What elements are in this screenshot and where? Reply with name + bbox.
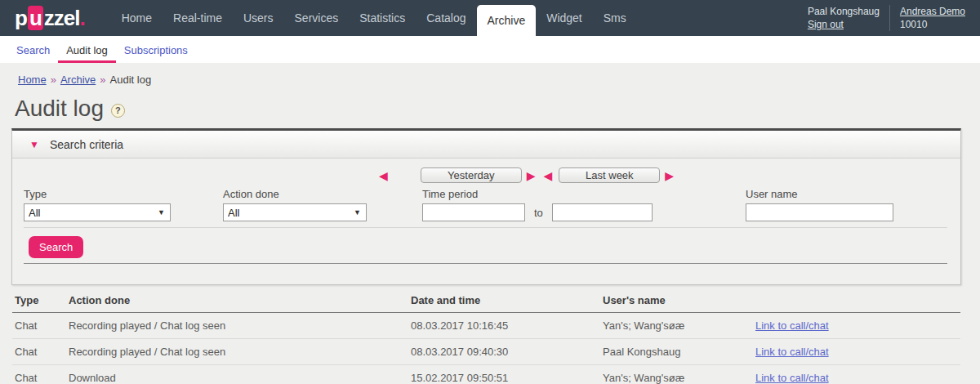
page-title: Audit log: [15, 96, 104, 122]
breadcrumb-separator: »: [100, 74, 105, 86]
nav-item-archive[interactable]: Archive: [477, 5, 537, 36]
action-done-label: Action done: [223, 188, 367, 200]
audit-log-table: Type Action done Date and time User's na…: [12, 288, 960, 384]
cell-type: Chat: [15, 319, 69, 332]
subnav-item-subscriptions[interactable]: Subscriptions: [116, 38, 196, 63]
table-header-row: Type Action done Date and time User's na…: [12, 288, 960, 313]
cell-user: Paal Kongshaug: [603, 346, 755, 358]
account-id: 10010: [900, 19, 927, 30]
type-select[interactable]: All: [24, 203, 171, 221]
collapse-triangle-icon: ▼: [29, 140, 39, 150]
nav-item-sms[interactable]: Sms: [593, 0, 637, 36]
link-to-call-chat[interactable]: Link to call/chat: [755, 346, 960, 358]
archive-subnav: Search Audit log Subscriptions: [0, 36, 980, 63]
yesterday-button[interactable]: Yesterday: [421, 167, 522, 183]
logged-in-user-name: Paal Kongshaug: [808, 6, 880, 17]
nav-item-real-time[interactable]: Real-time: [163, 0, 233, 36]
sign-out-link[interactable]: Sign out: [808, 19, 844, 30]
help-icon[interactable]: ?: [111, 104, 125, 118]
breadcrumb-current: Audit log: [110, 74, 152, 86]
last-week-prev-arrow-icon[interactable]: ◀: [544, 170, 553, 181]
logo-text-post: zzel: [44, 6, 80, 30]
table-row: Chat Recording played / Chat log seen 08…: [12, 313, 960, 339]
top-navbar: puzzel. Home Real-time Users Services St…: [0, 0, 980, 36]
nav-item-home[interactable]: Home: [111, 0, 163, 36]
user-area-divider: [889, 5, 890, 31]
subnav-item-search[interactable]: Search: [8, 38, 58, 63]
cell-datetime: 08.03.2017 10:16:45: [411, 319, 603, 332]
link-to-call-chat[interactable]: Link to call/chat: [755, 319, 960, 332]
yesterday-next-arrow-icon[interactable]: ▶: [527, 170, 536, 181]
user-name-label: User name: [746, 188, 893, 200]
nav-item-catalog[interactable]: Catalog: [416, 0, 476, 36]
cell-type: Chat: [15, 346, 69, 358]
breadcrumb-archive-link[interactable]: Archive: [60, 74, 96, 86]
nav-item-users[interactable]: Users: [233, 0, 284, 36]
nav-item-services[interactable]: Services: [284, 0, 350, 36]
search-button[interactable]: Search: [29, 236, 83, 258]
search-criteria-panel: ▼ Search criteria ◀ Yesterday ▶ ◀ Last w…: [11, 128, 961, 285]
breadcrumb: Home»Archive»Audit log: [18, 74, 980, 86]
nav-item-widget[interactable]: Widget: [536, 0, 593, 36]
cell-datetime: 08.03.2017 09:40:30: [411, 346, 603, 358]
user-area: Paal Kongshaug Sign out Andreas Demo 100…: [808, 0, 980, 36]
cell-user: Yan's; Wang'søæ: [603, 372, 755, 384]
quick-date-row: ◀ Yesterday ▶ ◀ Last week ▶: [379, 167, 674, 183]
panel-light-divider: [24, 227, 947, 228]
main-nav: Home Real-time Users Services Statistics…: [111, 0, 637, 36]
account-link[interactable]: Andreas Demo: [900, 6, 965, 17]
type-label: Type: [24, 188, 171, 200]
to-label: to: [534, 207, 543, 219]
time-period-label: Time period: [422, 188, 653, 200]
column-header-type: Type: [15, 294, 69, 306]
time-period-to-input[interactable]: [552, 203, 653, 221]
yesterday-prev-arrow-icon[interactable]: ◀: [379, 170, 388, 181]
cell-action: Download: [69, 372, 411, 384]
nav-item-statistics[interactable]: Statistics: [349, 0, 416, 36]
breadcrumb-separator: »: [51, 74, 56, 86]
cell-action: Recording played / Chat log seen: [69, 346, 411, 358]
action-done-select[interactable]: All: [223, 203, 367, 221]
column-header-action-done: Action done: [69, 294, 411, 306]
link-to-call-chat[interactable]: Link to call/chat: [755, 372, 960, 384]
time-period-from-input[interactable]: [422, 203, 525, 221]
cell-action: Recording played / Chat log seen: [69, 319, 411, 332]
cell-datetime: 15.02.2017 09:50:51: [411, 372, 603, 384]
table-row: Chat Recording played / Chat log seen 08…: [12, 339, 960, 365]
cell-type: Chat: [15, 372, 69, 384]
user-name-input[interactable]: [746, 203, 893, 221]
cell-user: Yan's; Wang'søæ: [603, 319, 755, 332]
logo-dot: .: [79, 6, 84, 30]
puzzel-logo[interactable]: puzzel.: [15, 6, 85, 31]
column-header-users-name: User's name: [603, 294, 755, 306]
logo-u-tile: u: [28, 6, 43, 30]
last-week-next-arrow-icon[interactable]: ▶: [665, 170, 674, 181]
subnav-item-audit-log[interactable]: Audit log: [58, 38, 116, 63]
panel-dark-divider: [24, 263, 947, 264]
logo-text-pre: p: [15, 6, 27, 30]
column-header-date-time: Date and time: [411, 294, 603, 306]
search-criteria-header[interactable]: ▼ Search criteria: [12, 131, 960, 159]
last-week-button[interactable]: Last week: [559, 167, 660, 183]
table-row: Chat Download 15.02.2017 09:50:51 Yan's;…: [12, 365, 960, 384]
breadcrumb-home-link[interactable]: Home: [18, 74, 47, 86]
search-criteria-label: Search criteria: [50, 138, 123, 151]
